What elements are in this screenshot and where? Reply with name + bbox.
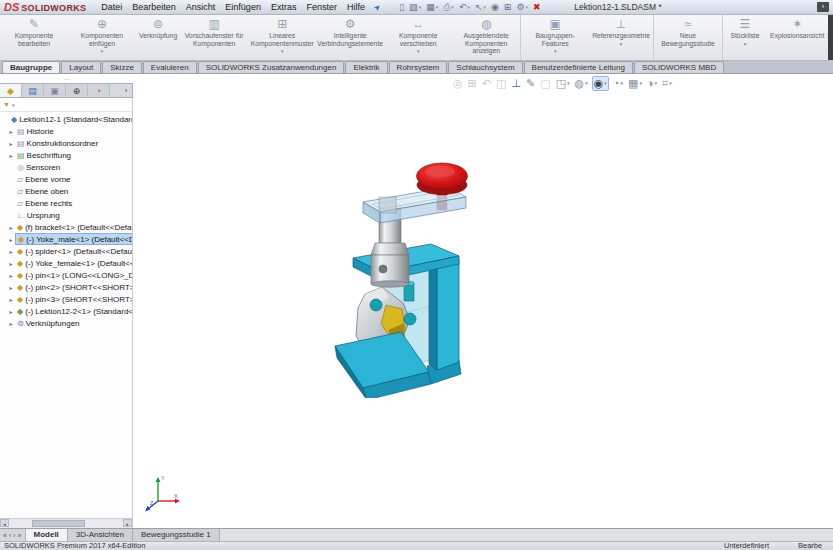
section-view-icon[interactable]: ◫ <box>495 77 507 90</box>
expander-icon[interactable]: ▸ <box>7 152 15 159</box>
rebuild-button[interactable]: ◉ <box>489 2 502 12</box>
panel-flyout-expand-button[interactable]: › <box>120 84 132 97</box>
scrollbar-track[interactable] <box>9 519 123 528</box>
tab-rohrsystem[interactable]: Rohrsystem <box>389 61 448 73</box>
ribbon-dropdown-arrow-icon[interactable]: ▾ <box>417 48 420 54</box>
edit-component-button[interactable]: ✎Komponente bearbeiten <box>0 15 68 60</box>
dropdown-arrow-icon[interactable]: ▾ <box>467 4 470 10</box>
nav-prev-button[interactable]: ‹ <box>9 532 11 539</box>
tab-layout[interactable]: Layout <box>61 61 101 73</box>
tree-item-ebene-vorne[interactable]: ▱Ebene vorne <box>0 173 132 185</box>
doc-tab-bewegungsstudie-1[interactable]: Bewegungsstudie 1 <box>133 529 220 541</box>
open-button[interactable]: ▧▾ <box>407 2 424 12</box>
expander-icon[interactable]: ▸ <box>7 224 15 231</box>
ribbon-dropdown-arrow-icon[interactable]: ▾ <box>281 48 284 54</box>
edit-appearance-icon[interactable]: ◔▾ <box>612 77 624 90</box>
tree-item-lektion12-2-1[interactable]: ▸◆(-) Lektion12-2<1> (Standard<Standa <box>0 305 132 317</box>
new-motion-study-button[interactable]: ≈Neue Bewegungsstudie <box>654 15 723 60</box>
tree-item-ursprung[interactable]: ∟Ursprung <box>0 209 132 221</box>
menu-extras[interactable]: Extras <box>266 0 302 14</box>
view-settings-icon[interactable]: ◑▾ <box>646 77 658 90</box>
pin-left-part[interactable] <box>370 299 382 311</box>
expander-icon[interactable]: ▸ <box>7 308 15 315</box>
show-hidden-components-button[interactable]: ◍Ausgeblendete Komponenten anzeigen <box>452 15 521 60</box>
sketch-visibility-icon[interactable]: ✎ <box>525 77 536 90</box>
insert-components-button[interactable]: ⊕Komponenten einfügen▾ <box>68 15 136 60</box>
dynamic-annotation-views-icon[interactable]: ⊥ <box>510 77 522 90</box>
undo-button[interactable]: ↶▾ <box>456 2 472 12</box>
doc-tab-3d-ansichten[interactable]: 3D-Ansichten <box>68 529 133 541</box>
filter-funnel-icon[interactable]: ▼ <box>3 101 10 108</box>
tree-item-bracket-1[interactable]: ▸◆(f) bracket<1> (Default<<Default>_Di <box>0 221 132 233</box>
tree-item-spider-1[interactable]: ▸◆(-) spider<1> (Default<<Default>_Disp <box>0 245 132 257</box>
hidden-components-icon[interactable]: ▢ <box>539 77 551 90</box>
3d-drawing-view-icon[interactable]: ⌗▾ <box>661 77 673 90</box>
expander-icon[interactable]: ▸ <box>7 260 15 267</box>
expander-icon[interactable]: ▸ <box>7 320 15 327</box>
expander-icon[interactable]: ▸ <box>7 140 15 147</box>
tab-solidworks-zusatzanwendungen[interactable]: SOLIDWORKS Zusatzanwendungen <box>198 61 345 73</box>
expander-icon[interactable]: ▸ <box>7 128 15 135</box>
tree-item-verknuepfungen[interactable]: ▸⊚Verknüpfungen <box>0 317 132 329</box>
apply-scene-icon[interactable]: ▦▾ <box>627 77 643 90</box>
panel-splitter-handle[interactable]: ⋯ <box>0 75 133 83</box>
expander-icon[interactable]: ▸ <box>7 236 15 243</box>
menu-fenster[interactable]: Fenster <box>301 0 342 14</box>
dropdown-arrow-icon[interactable]: ▾ <box>604 77 607 90</box>
assembly-features-button[interactable]: ▣Baugruppen-Features▾ <box>521 15 589 60</box>
exploded-view-button[interactable]: ✶Explosionsansicht <box>767 15 827 60</box>
dropdown-arrow-icon[interactable]: ▾ <box>483 4 486 10</box>
featuremanager-tree-tab[interactable]: ◆ <box>0 84 22 97</box>
expander-icon[interactable]: ▸ <box>7 284 15 291</box>
hide-show-items-icon[interactable]: ◉▾ <box>592 76 609 91</box>
view-orientation-icon[interactable]: ◳▾ <box>555 77 571 90</box>
tree-filter-row[interactable]: ▼ ▾ <box>0 98 133 112</box>
dropdown-arrow-icon[interactable]: ▾ <box>585 77 588 90</box>
linear-component-pattern-button[interactable]: ⊞Lineares Komponentenmuster▾ <box>248 15 316 60</box>
tab-skizze[interactable]: Skizze <box>102 61 142 73</box>
zoom-to-fit-icon[interactable]: ◎ <box>452 77 464 90</box>
reference-geometry-button[interactable]: ⊥Referenzgeometrie▾ <box>589 15 654 60</box>
bill-of-materials-button[interactable]: ☰Stückliste▾ <box>723 15 767 60</box>
tree-item-ebene-oben[interactable]: ▱Ebene oben <box>0 185 132 197</box>
file-properties-button[interactable]: ⊞ <box>501 2 514 12</box>
ribbon-dropdown-arrow-icon[interactable]: ▾ <box>744 41 747 47</box>
print-button[interactable]: ⎙▾ <box>441 2 457 13</box>
close-button[interactable]: ✖ <box>531 2 544 12</box>
smart-fasteners-button[interactable]: ⚙Intelligente Verbindungselemente <box>316 15 384 60</box>
mate-button[interactable]: ⊚Verknüpfung <box>136 15 180 60</box>
dropdown-arrow-icon[interactable]: ▾ <box>436 4 439 10</box>
expander-icon[interactable]: ▸ <box>7 296 15 303</box>
tab-benutzerdefinierte-leitung[interactable]: Benutzerdefinierte Leitung <box>524 61 633 73</box>
tree-item-pin-3[interactable]: ▸◆(-) pin<3> (SHORT<<SHORT>_Displa <box>0 293 132 305</box>
options-button[interactable]: ⚙▾ <box>514 2 531 12</box>
dropdown-arrow-icon[interactable]: ▾ <box>451 4 454 10</box>
ribbon-dropdown-arrow-icon[interactable]: ▾ <box>620 41 623 47</box>
pin-right-part[interactable] <box>404 313 416 325</box>
dropdown-arrow-icon[interactable]: ▾ <box>655 77 658 90</box>
menu-einf-gen[interactable]: Einfügen <box>220 0 266 14</box>
expander-icon[interactable]: ▸ <box>7 272 15 279</box>
tree-item-root[interactable]: ◆Lektion12-1 (Standard<Standard_Anzeige <box>0 113 132 125</box>
previous-view-icon[interactable]: ↶ <box>481 77 492 90</box>
tree-item-yoke-female-1[interactable]: ▸◆(-) Yoke_female<1> (Default<<Defaul <box>0 257 132 269</box>
tree-item-sensoren[interactable]: ◎Sensoren <box>0 161 132 173</box>
select-button[interactable]: ↖▾ <box>472 2 488 12</box>
dropdown-arrow-icon[interactable]: ▾ <box>419 4 422 10</box>
doc-tab-modell[interactable]: Modell <box>26 529 68 541</box>
configurationmanager-tab[interactable]: ▣ <box>44 84 66 97</box>
displaymanager-tab[interactable]: ◔ <box>88 84 110 97</box>
tree-item-konstruktionsordner[interactable]: ▸▤Konstruktionsordner <box>0 137 132 149</box>
pin-menu-icon[interactable]: ➤ <box>372 1 383 12</box>
scroll-left-button[interactable]: ◂ <box>0 519 9 527</box>
tree-item-yoke-male-1[interactable]: ▸◆(-) Yoke_male<1> (Default<<Default> <box>0 233 132 245</box>
nav-last-button[interactable]: » <box>18 532 22 539</box>
tab-evaluieren[interactable]: Evaluieren <box>143 61 197 73</box>
menu-datei[interactable]: Datei <box>96 0 127 14</box>
dropdown-arrow-icon[interactable]: ▾ <box>669 77 672 90</box>
tree-item-beschriftung[interactable]: ▸▤Beschriftung <box>0 149 132 161</box>
nav-first-button[interactable]: « <box>3 532 7 539</box>
tree-item-historie[interactable]: ▸▤Historie <box>0 125 132 137</box>
tab-solidworks-mbd[interactable]: SOLIDWORKS MBD <box>634 61 724 73</box>
filter-dropdown-icon[interactable]: ▾ <box>12 102 15 108</box>
